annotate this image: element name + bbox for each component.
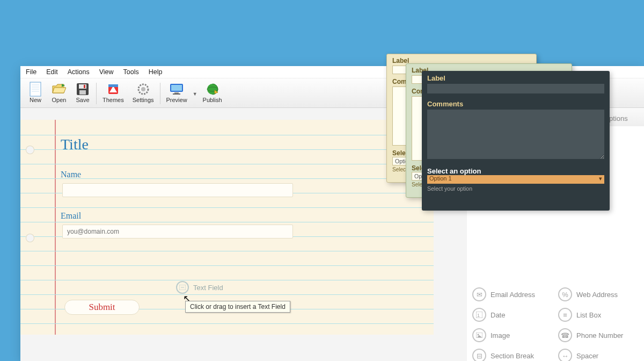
element-phone-number[interactable]: ☎Phone Number: [558, 328, 639, 342]
menu-tools[interactable]: Tools: [123, 68, 139, 76]
element-label: Section Break: [491, 352, 534, 360]
element-date[interactable]: 1Date: [472, 308, 553, 322]
open-button[interactable]: Open: [47, 81, 71, 104]
link-icon: %: [558, 287, 572, 301]
element-label: Phone Number: [576, 331, 623, 340]
separator: [96, 83, 97, 104]
themes-icon: [106, 82, 121, 97]
dropdown-arrow-icon[interactable]: ▼: [192, 91, 199, 104]
new-file-icon: [28, 82, 43, 97]
panel-comments-input[interactable]: [427, 110, 604, 159]
phone-icon: ☎: [558, 328, 572, 342]
separator: [160, 83, 160, 104]
text-field-icon: [176, 281, 189, 294]
toolbar-label: Preview: [166, 97, 187, 103]
element-label: Email Address: [491, 291, 535, 299]
element-spacer[interactable]: ↔Spacer: [558, 349, 639, 361]
name-label: Name: [61, 170, 81, 179]
menu-help[interactable]: Help: [149, 68, 163, 76]
save-icon: [75, 82, 90, 97]
section-icon: ⊟: [472, 349, 486, 361]
panel-label-input[interactable]: [427, 84, 604, 93]
element-image[interactable]: Image: [472, 328, 553, 342]
toolbar-label: Publish: [203, 97, 222, 103]
menu-edit[interactable]: Edit: [46, 68, 58, 76]
toolbar-label: Themes: [103, 97, 124, 103]
svg-rect-8: [84, 85, 85, 88]
date-icon: 1: [472, 308, 486, 322]
list-icon: ≡: [558, 308, 572, 322]
element-label: Date: [491, 311, 505, 319]
save-button[interactable]: Save: [71, 81, 94, 104]
panel-select-dropdown[interactable]: Option 1▾: [427, 175, 604, 184]
email-label: Email: [61, 211, 81, 221]
chevron-down-icon: ▾: [599, 175, 602, 182]
property-panel-3[interactable]: Label Comments Select an option Option 1…: [422, 71, 610, 211]
menu-view[interactable]: View: [99, 68, 114, 76]
element-section-break[interactable]: ⊟Section Break: [472, 349, 553, 361]
toolbar-label: Settings: [133, 97, 154, 103]
element-label: Image: [491, 331, 510, 340]
svg-rect-15: [174, 92, 179, 93]
element-web-address[interactable]: %Web Address: [558, 287, 639, 301]
svg-text:1: 1: [477, 313, 480, 318]
envelope-icon: ✉: [472, 287, 486, 301]
folder-open-icon: [52, 82, 67, 97]
panel-select-value: Option 1: [429, 175, 452, 182]
name-input[interactable]: [62, 183, 293, 197]
element-label: Spacer: [576, 352, 598, 360]
svg-rect-7: [79, 90, 86, 95]
publish-button[interactable]: Publish: [199, 81, 226, 104]
paper-hole: [26, 234, 34, 242]
form-title[interactable]: Title: [61, 136, 89, 153]
svg-rect-10: [108, 84, 118, 87]
globe-publish-icon: [205, 82, 220, 97]
toolbar-label: Open: [52, 97, 67, 103]
menu-actions[interactable]: Actions: [68, 68, 90, 76]
preview-button[interactable]: Preview: [162, 81, 192, 104]
panel-comments-heading: Comments: [427, 100, 604, 108]
element-list-box[interactable]: ≡List Box: [558, 308, 639, 322]
submit-button[interactable]: Submit: [64, 300, 140, 315]
image-icon: [472, 328, 486, 342]
form-paper[interactable]: Title Name Email Text Field ↖ Click or d…: [20, 120, 434, 335]
gear-icon: [136, 82, 151, 97]
svg-point-24: [478, 334, 479, 336]
toolbar-label: New: [30, 97, 41, 103]
spacer-icon: ↔: [558, 349, 572, 361]
element-label: Web Address: [576, 291, 618, 299]
monitor-icon: [169, 82, 184, 97]
settings-button[interactable]: Settings: [128, 81, 158, 104]
paper-hole: [26, 146, 34, 154]
drag-ghost-label: Text Field: [193, 284, 223, 292]
svg-point-12: [141, 87, 145, 91]
tooltip: Click or drag to insert a Text Field: [185, 301, 290, 313]
panel-select-heading: Select an option: [427, 167, 604, 175]
svg-rect-16: [173, 93, 180, 95]
element-label: List Box: [576, 311, 601, 319]
new-button[interactable]: New: [24, 81, 47, 104]
panel-select-hint: Select your option: [427, 185, 604, 192]
toolbar-label: Save: [76, 97, 89, 103]
svg-rect-14: [171, 85, 182, 91]
drag-ghost-text-field[interactable]: Text Field: [176, 281, 223, 294]
email-input[interactable]: [62, 225, 293, 239]
panel-label-heading: Label: [427, 74, 604, 82]
themes-button[interactable]: Themes: [98, 81, 128, 104]
menu-file[interactable]: File: [26, 68, 36, 76]
element-email-address[interactable]: ✉Email Address: [472, 287, 553, 301]
